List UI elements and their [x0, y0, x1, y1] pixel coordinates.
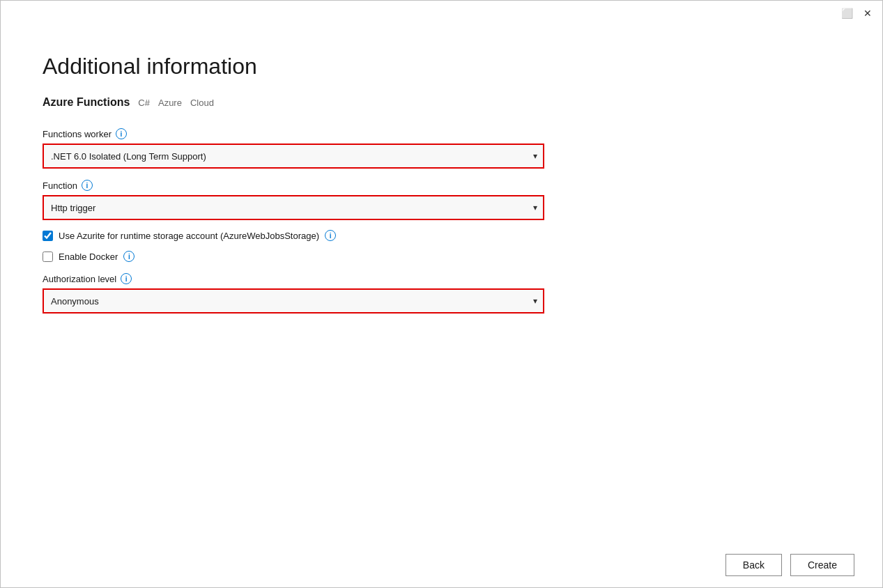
authorization-level-label: Authorization level i [43, 273, 544, 284]
subtitle-row: Azure Functions C# Azure Cloud [43, 96, 840, 109]
tag-cloud: Cloud [190, 98, 214, 108]
use-azurite-label: Use Azurite for runtime storage account … [59, 231, 319, 241]
function-wrapper: Http triggerTimer triggerBlob triggerQue… [43, 195, 544, 220]
functions-worker-info-icon[interactable]: i [116, 128, 127, 139]
function-select[interactable]: Http triggerTimer triggerBlob triggerQue… [43, 195, 544, 220]
use-azurite-checkbox[interactable] [43, 231, 53, 241]
footer: Back Create [1, 543, 882, 587]
subtitle-main: Azure Functions [43, 96, 130, 109]
authorization-level-info-icon[interactable]: i [121, 273, 132, 284]
form-section: Functions worker i .NET 6.0 Isolated (Lo… [43, 128, 544, 314]
maximize-button[interactable]: ⬜ [840, 7, 853, 20]
function-label: Function i [43, 180, 544, 191]
tag-csharp: C# [138, 98, 150, 108]
enable-docker-row: Enable Docker i [43, 251, 544, 262]
functions-worker-select[interactable]: .NET 6.0 Isolated (Long Term Support).NE… [43, 144, 544, 169]
create-button[interactable]: Create [790, 554, 854, 576]
use-azurite-row: Use Azurite for runtime storage account … [43, 230, 544, 241]
enable-docker-label: Enable Docker [59, 252, 118, 262]
authorization-level-wrapper: AnonymousFunctionAdmin ▾ [43, 288, 544, 314]
tag-azure: Azure [158, 98, 182, 108]
page-title: Additional information [43, 54, 840, 79]
close-button[interactable]: ✕ [861, 7, 874, 20]
function-info-icon[interactable]: i [82, 180, 93, 191]
use-azurite-info-icon[interactable]: i [325, 230, 336, 241]
main-window: ⬜ ✕ Additional information Azure Functio… [0, 0, 883, 588]
enable-docker-info-icon[interactable]: i [123, 251, 135, 262]
authorization-level-select[interactable]: AnonymousFunctionAdmin [43, 288, 544, 314]
back-button[interactable]: Back [725, 554, 782, 576]
content-area: Additional information Azure Functions C… [1, 26, 882, 543]
functions-worker-label: Functions worker i [43, 128, 544, 139]
title-bar: ⬜ ✕ [1, 1, 882, 26]
functions-worker-wrapper: .NET 6.0 Isolated (Long Term Support).NE… [43, 144, 544, 169]
enable-docker-checkbox[interactable] [43, 252, 53, 262]
